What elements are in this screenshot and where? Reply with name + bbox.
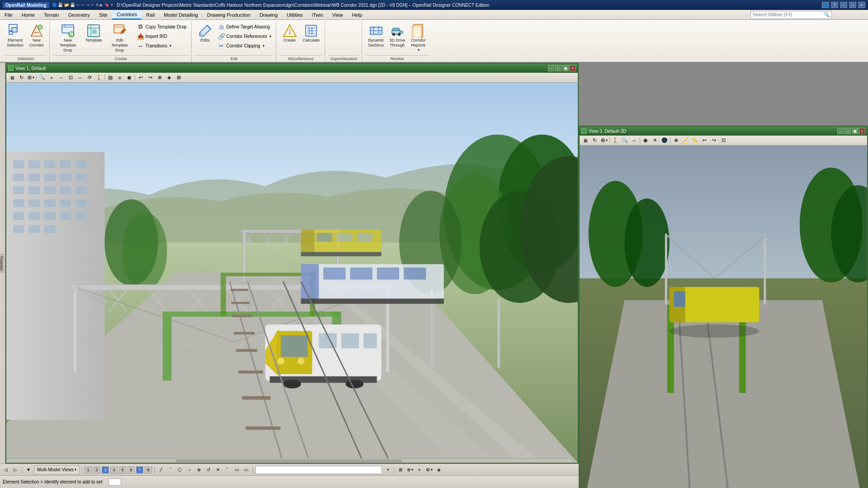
scene-svg[interactable] [6, 83, 578, 463]
offset-btn[interactable]: ▭ [233, 465, 241, 474]
grid-btn[interactable]: ⊞ [174, 74, 183, 82]
v3-nav-btn[interactable]: 🧭 [681, 136, 690, 145]
import-ird-btn[interactable]: 📥 Import IRD [135, 32, 189, 41]
calculate-btn[interactable]: Calculate [301, 22, 322, 44]
status-input[interactable] [108, 479, 121, 486]
render-mode-btn[interactable]: ◈ [165, 74, 174, 82]
render-settings-btn[interactable]: ◈ [435, 465, 443, 474]
new-corridor-btn[interactable]: N NewCorridor [27, 22, 47, 49]
properties-tab[interactable]: Properties [0, 254, 4, 273]
view3-close[interactable]: × [859, 128, 865, 134]
search-icon[interactable]: 🔍 [824, 12, 830, 18]
menu-itwin[interactable]: iTwin [307, 10, 328, 19]
view1-restore[interactable]: □ [555, 65, 561, 71]
element-selection-btn[interactable]: ElementSelection [5, 22, 26, 49]
select-line-btn[interactable]: ╱ [157, 465, 165, 474]
new-template-drop-btn[interactable]: N NewTemplate Drop [53, 22, 82, 54]
v3-light-btn[interactable]: ☀ [651, 136, 660, 145]
view3-restore[interactable]: □ [844, 128, 851, 134]
edits-btn[interactable]: Edits [195, 22, 215, 44]
menu-drawing-production[interactable]: Drawing Production [203, 10, 255, 19]
copy-template-drop-btn[interactable]: ⧉ Copy Template Drop [135, 22, 189, 31]
view-num-5[interactable]: 5 [119, 466, 126, 474]
v3-target-btn[interactable]: ⊕ [671, 136, 680, 145]
v3-rotate-btn[interactable]: ↻ [590, 136, 599, 145]
v3-render-btn[interactable]: ◉ [641, 136, 650, 145]
walk-btn[interactable]: 🚶 [94, 74, 104, 82]
view-num-2[interactable]: 2 [93, 466, 100, 474]
v3-zoom-btn[interactable]: 🔍 [620, 136, 629, 145]
view1-close[interactable]: × [570, 65, 576, 71]
corridor-references-btn[interactable]: 🔗 Corridor References [216, 32, 273, 41]
view1-minimize[interactable]: − [548, 65, 554, 71]
settings-btn[interactable]: ⚙ [425, 465, 434, 474]
corridor-reports-btn[interactable]: CorridorReports [408, 22, 428, 53]
zoom-out-btn[interactable]: − [57, 74, 66, 82]
undo-view-btn[interactable]: ↩ [136, 74, 145, 82]
coords-input[interactable] [255, 466, 382, 474]
view1-canvas[interactable] [6, 83, 578, 463]
menu-model-detailing[interactable]: Model Detailing [159, 10, 203, 19]
dynamic-sections-btn[interactable]: DynamicSections [366, 22, 386, 49]
v3-undo-btn[interactable]: ↩ [700, 136, 709, 145]
menu-drawing[interactable]: Drawing [255, 10, 282, 19]
accudraw-btn[interactable]: ⌖ [415, 465, 424, 474]
define-target-aliasing-btn[interactable]: ◎ Define Target Aliasing [216, 22, 273, 31]
model-display-btn[interactable]: ◉ [125, 74, 134, 82]
next-view-btn[interactable]: ▷ [11, 465, 19, 474]
prev-view-btn[interactable]: ◁ [2, 465, 10, 474]
arc-btn[interactable]: ⌒ [166, 465, 175, 474]
pan-btn[interactable]: ↔ [75, 74, 85, 82]
view-num-3[interactable]: 3 [102, 466, 109, 474]
view3-maximize[interactable]: ▣ [852, 128, 858, 134]
view-num-7[interactable]: 7 [136, 466, 143, 474]
fit-all-btn[interactable]: ⊡ [66, 74, 75, 82]
circle-btn[interactable]: ○ [185, 465, 193, 474]
zoom-in-btn[interactable]: 🔍 [38, 74, 47, 82]
view1-hscroll[interactable] [6, 458, 571, 463]
v3-view-dropdown[interactable]: ⊞ [599, 136, 609, 145]
menu-utilities[interactable]: Utilities [282, 10, 307, 19]
rotate-tool-btn[interactable]: ↺ [204, 465, 212, 474]
view1-rotate-btn[interactable]: ↻ [17, 74, 26, 82]
fillet-btn[interactable]: ⌒ [223, 465, 231, 474]
view3-canvas[interactable] [580, 145, 867, 488]
menu-view[interactable]: View [328, 10, 348, 19]
zoom-actual-btn[interactable]: + [47, 74, 56, 82]
menu-geometry[interactable]: Geometry [64, 10, 94, 19]
view-att-btn[interactable]: ▤ [106, 74, 115, 82]
view-down-btn[interactable]: ▼ [24, 465, 33, 474]
rotate-view-btn[interactable]: ⟳ [85, 74, 94, 82]
v3-measure-btn[interactable]: 📏 [690, 136, 699, 145]
v3-redo-btn[interactable]: ↪ [709, 136, 718, 145]
3d-drive-through-btn[interactable]: 3D DriveThrough [387, 22, 407, 49]
v3-fit-btn[interactable]: 🖥 [580, 136, 590, 145]
menu-rail[interactable]: Rail [142, 10, 159, 19]
user-icon[interactable]: 👤 [822, 2, 829, 8]
help-btn[interactable]: ? [831, 2, 838, 8]
edit-template-drop-btn[interactable]: EditTemplate Drop [105, 22, 134, 54]
rectangle-btn[interactable]: ▭ [242, 465, 250, 474]
view1-view-dropdown[interactable]: ⊞ [26, 74, 35, 82]
transitions-btn[interactable]: ↔ Transitions [135, 41, 189, 50]
menu-corridors[interactable]: Corridors [112, 10, 142, 19]
search-ribbon-input[interactable] [750, 11, 832, 19]
view1-fit-btn[interactable]: 🖥 [7, 74, 16, 82]
polygon-btn[interactable]: ⬡ [176, 465, 184, 474]
multi-model-views-btn[interactable]: Multi-Model Views [34, 465, 80, 474]
view-num-6[interactable]: 6 [127, 466, 135, 474]
snap-btn[interactable]: ⊕ [195, 465, 203, 474]
view3-minimize[interactable]: − [837, 128, 844, 134]
maximize-btn[interactable]: □ [849, 2, 856, 8]
create-btn[interactable]: Create [280, 22, 300, 44]
v3-walk-btn[interactable]: 🚶 [611, 136, 620, 145]
view1-maximize[interactable]: ▣ [562, 65, 569, 71]
hscroll-thumb[interactable] [176, 460, 402, 462]
update-view-btn[interactable]: ⊕ [155, 74, 164, 82]
snap-mode-btn[interactable]: ⊕ [406, 465, 414, 474]
view-num-1[interactable]: 1 [85, 466, 92, 474]
view-num-8[interactable]: 8 [145, 466, 152, 474]
redo-view-btn[interactable]: ↪ [146, 74, 155, 82]
menu-home[interactable]: Home [17, 10, 39, 19]
menu-site[interactable]: Site [94, 10, 112, 19]
